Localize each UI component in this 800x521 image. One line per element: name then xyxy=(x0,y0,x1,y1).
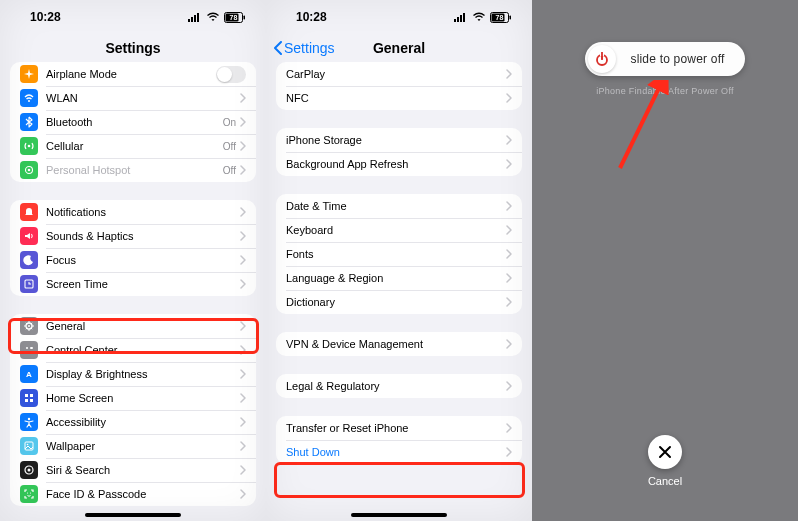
status-time: 10:28 xyxy=(30,10,61,24)
settings-row[interactable]: iPhone Storage xyxy=(276,128,522,152)
settings-row[interactable]: Control Center xyxy=(10,338,256,362)
page-title: Settings xyxy=(105,40,160,56)
settings-row[interactable]: CarPlay xyxy=(276,62,522,86)
cellular-icon xyxy=(20,137,38,155)
settings-row[interactable]: Sounds & Haptics xyxy=(10,224,256,248)
row-label: Wallpaper xyxy=(46,440,240,452)
chevron-right-icon xyxy=(506,273,512,283)
close-icon xyxy=(658,445,672,459)
settings-row[interactable]: Notifications xyxy=(10,200,256,224)
battery-icon: 78 xyxy=(224,12,246,23)
settings-row[interactable]: NFC xyxy=(276,86,522,110)
power-knob[interactable] xyxy=(588,45,616,73)
battery-icon: 78 xyxy=(490,12,512,23)
settings-row[interactable]: Keyboard xyxy=(276,218,522,242)
chevron-right-icon xyxy=(240,255,246,265)
settings-row[interactable]: Home Screen xyxy=(10,386,256,410)
settings-row[interactable]: Legal & Regulatory xyxy=(276,374,522,398)
settings-row[interactable]: Wallpaper xyxy=(10,434,256,458)
settings-row[interactable]: Focus xyxy=(10,248,256,272)
svg-point-24 xyxy=(28,418,30,420)
settings-row[interactable]: Shut Down xyxy=(276,440,522,464)
signal-icon xyxy=(188,12,202,22)
row-label: Control Center xyxy=(46,344,240,356)
settings-row[interactable]: Transfer or Reset iPhone xyxy=(276,416,522,440)
svg-text:78: 78 xyxy=(496,14,504,21)
general-icon xyxy=(20,317,38,335)
toggle-switch[interactable] xyxy=(216,66,246,83)
row-value: On xyxy=(223,117,236,128)
settings-row[interactable]: Personal HotspotOff xyxy=(10,158,256,182)
svg-text:78: 78 xyxy=(230,14,238,21)
svg-rect-31 xyxy=(454,19,456,22)
svg-point-8 xyxy=(28,100,30,102)
status-bar: 10:28 78 xyxy=(0,0,266,30)
settings-screen: 10:28 78 Settings Airplane ModeWLANBluet… xyxy=(0,0,266,521)
home-indicator xyxy=(351,513,447,517)
settings-row[interactable]: VPN & Device Management xyxy=(276,332,522,356)
chevron-right-icon xyxy=(506,159,512,169)
chevron-right-icon xyxy=(506,297,512,307)
svg-rect-2 xyxy=(194,15,196,22)
settings-row[interactable]: Screen Time xyxy=(10,272,256,296)
settings-row[interactable]: Date & Time xyxy=(276,194,522,218)
faceid-icon xyxy=(20,485,38,503)
settings-row[interactable]: Airplane Mode xyxy=(10,62,256,86)
findable-caption: iPhone Findable After Power Off xyxy=(585,86,745,96)
power-icon xyxy=(594,51,610,67)
row-label: Notifications xyxy=(46,206,240,218)
svg-point-18 xyxy=(30,351,32,353)
settings-row[interactable]: BluetoothOn xyxy=(10,110,256,134)
nav-bar: Settings xyxy=(0,30,266,66)
power-off-slider[interactable]: slide to power off xyxy=(585,42,745,76)
svg-rect-22 xyxy=(25,399,28,402)
settings-row[interactable]: Dictionary xyxy=(276,290,522,314)
row-label: Screen Time xyxy=(46,278,240,290)
settings-row[interactable]: WLAN xyxy=(10,86,256,110)
chevron-right-icon xyxy=(506,447,512,457)
settings-row[interactable]: Background App Refresh xyxy=(276,152,522,176)
chevron-right-icon xyxy=(240,141,246,151)
settings-row[interactable]: Language & Region xyxy=(276,266,522,290)
chevron-right-icon xyxy=(240,393,246,403)
notifications-icon xyxy=(20,203,38,221)
control-center-icon xyxy=(20,341,38,359)
svg-rect-3 xyxy=(197,13,199,22)
row-label: Display & Brightness xyxy=(46,368,240,380)
svg-point-26 xyxy=(27,444,29,446)
settings-row[interactable]: General xyxy=(10,314,256,338)
svg-point-10 xyxy=(28,169,31,172)
svg-rect-6 xyxy=(244,15,246,19)
chevron-right-icon xyxy=(506,201,512,211)
settings-row[interactable]: Siri & Search xyxy=(10,458,256,482)
settings-row[interactable]: Fonts xyxy=(276,242,522,266)
airplane-icon xyxy=(20,65,38,83)
row-label: WLAN xyxy=(46,92,240,104)
svg-point-14 xyxy=(28,325,30,327)
wifi-icon xyxy=(20,89,38,107)
settings-row[interactable]: Accessibility xyxy=(10,410,256,434)
cancel-button[interactable] xyxy=(648,435,682,469)
chevron-right-icon xyxy=(240,207,246,217)
page-title: General xyxy=(373,40,425,56)
row-label: Transfer or Reset iPhone xyxy=(286,422,506,434)
svg-point-29 xyxy=(27,492,28,493)
chevron-right-icon xyxy=(506,423,512,433)
settings-row[interactable]: Face ID & Passcode xyxy=(10,482,256,506)
row-label: CarPlay xyxy=(286,68,506,80)
back-button[interactable]: Settings xyxy=(274,30,335,66)
svg-point-9 xyxy=(28,145,31,148)
svg-point-15 xyxy=(26,347,28,349)
chevron-right-icon xyxy=(240,321,246,331)
row-label: Shut Down xyxy=(286,446,506,458)
row-label: Personal Hotspot xyxy=(46,164,223,176)
wallpaper-icon xyxy=(20,437,38,455)
row-label: Cellular xyxy=(46,140,223,152)
settings-row[interactable]: ADisplay & Brightness xyxy=(10,362,256,386)
chevron-right-icon xyxy=(240,465,246,475)
svg-rect-0 xyxy=(188,19,190,22)
row-label: VPN & Device Management xyxy=(286,338,506,350)
settings-row[interactable]: CellularOff xyxy=(10,134,256,158)
svg-rect-23 xyxy=(30,399,33,402)
row-label: Bluetooth xyxy=(46,116,223,128)
